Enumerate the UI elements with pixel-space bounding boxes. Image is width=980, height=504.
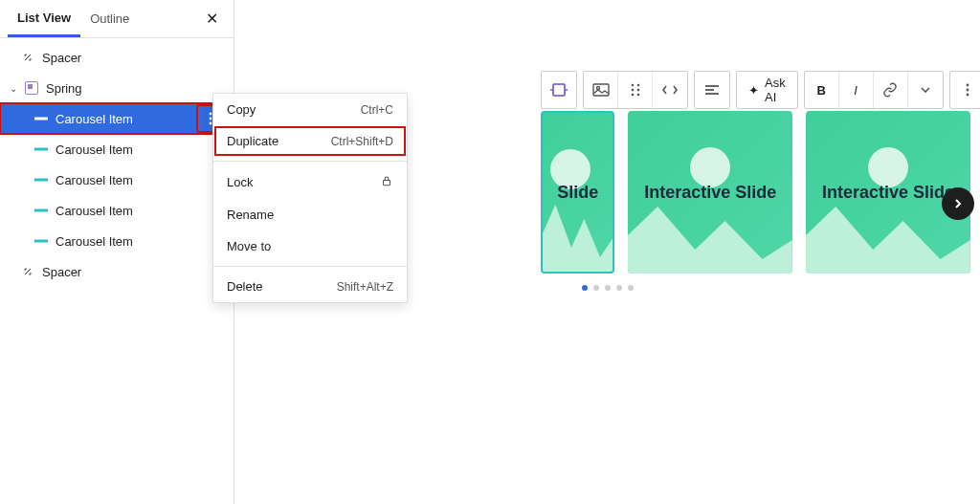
tree-item-carousel[interactable]: Carousel Item xyxy=(0,164,234,195)
image-icon[interactable] xyxy=(584,72,618,108)
sidebar-tabs: List View Outline ✕ xyxy=(0,0,234,38)
ctx-shortcut: Ctrl+C xyxy=(361,103,393,117)
sidebar: List View Outline ✕ Spacer ⌄ Spring Caro… xyxy=(0,0,234,504)
svg-point-15 xyxy=(636,84,639,87)
carousel-slide[interactable]: Slide xyxy=(541,111,614,274)
tree-label: Carousel Item xyxy=(56,173,224,187)
carousel-slides: Slide Interactive Slide Interactive Slid… xyxy=(541,111,970,274)
ctx-label: Rename xyxy=(227,208,274,222)
tree-label: Carousel Item xyxy=(56,234,224,249)
spacer-icon xyxy=(19,265,36,278)
tree-item-carousel[interactable]: Carousel Item xyxy=(0,195,234,226)
ctx-label: Lock xyxy=(227,175,253,189)
italic-button[interactable]: I xyxy=(839,72,874,108)
ctx-rename[interactable]: Rename xyxy=(213,199,407,230)
svg-point-23 xyxy=(966,84,969,87)
separator xyxy=(213,161,407,162)
block-tree: Spacer ⌄ Spring Carousel Item Carousel I… xyxy=(0,38,234,291)
svg-point-3 xyxy=(210,122,212,125)
tree-item-spacer[interactable]: Spacer xyxy=(0,256,234,287)
carousel-dot[interactable] xyxy=(582,285,588,291)
move-arrows-icon[interactable] xyxy=(653,72,687,108)
svg-point-1 xyxy=(210,113,212,116)
tree-item-carousel-selected[interactable]: Carousel Item xyxy=(0,103,234,134)
carousel-item-icon xyxy=(33,175,50,185)
ctx-duplicate[interactable]: Duplicate Ctrl+Shift+D xyxy=(213,125,407,157)
chevron-down-icon: ⌄ xyxy=(10,83,23,94)
align-icon[interactable] xyxy=(695,72,729,108)
chevron-down-icon[interactable] xyxy=(908,72,943,108)
ctx-copy[interactable]: Copy Ctrl+C xyxy=(213,94,407,125)
spring-icon xyxy=(23,81,40,95)
slide-caption: Interactive Slide xyxy=(822,183,954,203)
sparkle-icon: ✦ xyxy=(748,83,759,98)
bold-button[interactable]: B xyxy=(805,72,839,108)
ask-ai-button[interactable]: ✦ Ask AI xyxy=(737,72,797,108)
tree-label: Spacer xyxy=(42,51,224,65)
carousel-slide[interactable]: Interactive Slide xyxy=(628,111,792,274)
carousel-item-icon xyxy=(33,144,50,154)
tree-label: Spring xyxy=(46,81,224,96)
block-toolbar: ✦ Ask AI B I xyxy=(541,71,980,109)
carousel-item-icon xyxy=(33,236,50,246)
ctx-delete[interactable]: Delete Shift+Alt+Z xyxy=(213,271,407,302)
svg-point-24 xyxy=(966,89,969,92)
carousel-item-icon xyxy=(33,206,50,215)
tree-item-spring[interactable]: ⌄ Spring xyxy=(0,73,234,103)
ctx-label: Copy xyxy=(227,102,256,117)
tab-outline[interactable]: Outline xyxy=(80,2,139,35)
ctx-shortcut: Shift+Alt+Z xyxy=(337,280,393,294)
lock-icon xyxy=(380,174,393,190)
svg-point-14 xyxy=(631,84,634,87)
carousel-dots xyxy=(582,285,634,291)
ask-ai-label: Ask AI xyxy=(765,76,786,104)
tree-item-carousel[interactable]: Carousel Item xyxy=(0,134,234,164)
ctx-shortcut: Ctrl+Shift+D xyxy=(331,135,393,148)
carousel-dot[interactable] xyxy=(593,285,599,291)
spacer-icon xyxy=(19,51,36,64)
slide-caption: Interactive Slide xyxy=(644,183,776,203)
svg-rect-12 xyxy=(593,84,609,96)
more-options-icon[interactable] xyxy=(950,72,980,108)
carousel-item-icon xyxy=(33,114,50,123)
ctx-label: Delete xyxy=(227,279,263,294)
carousel-dot[interactable] xyxy=(628,285,634,291)
tab-list-view[interactable]: List View xyxy=(8,1,80,37)
svg-rect-9 xyxy=(553,84,565,96)
close-icon[interactable]: ✕ xyxy=(198,6,226,32)
svg-point-2 xyxy=(210,118,212,121)
carousel-dot[interactable] xyxy=(605,285,611,291)
tree-item-spacer[interactable]: Spacer xyxy=(0,42,234,73)
link-button[interactable] xyxy=(874,72,908,108)
ctx-label: Duplicate xyxy=(227,134,278,148)
svg-rect-8 xyxy=(384,180,390,185)
block-type-button[interactable] xyxy=(542,72,576,108)
tree-item-carousel[interactable]: Carousel Item xyxy=(0,226,234,256)
context-menu: Copy Ctrl+C Duplicate Ctrl+Shift+D Lock … xyxy=(212,93,408,303)
svg-point-17 xyxy=(636,89,639,92)
tree-label: Carousel Item xyxy=(56,204,224,218)
tree-label: Carousel Item xyxy=(56,142,224,157)
ctx-label: Move to xyxy=(227,239,271,253)
drag-handle-icon[interactable] xyxy=(618,72,653,108)
separator xyxy=(213,266,407,267)
ctx-moveto[interactable]: Move to xyxy=(213,230,407,262)
svg-point-18 xyxy=(631,94,634,97)
ctx-lock[interactable]: Lock xyxy=(213,165,407,199)
svg-point-25 xyxy=(966,94,969,97)
svg-point-16 xyxy=(631,89,634,92)
carousel-dot[interactable] xyxy=(616,285,622,291)
slide-caption: Slide xyxy=(557,183,598,203)
svg-point-19 xyxy=(636,94,639,97)
tree-label: Carousel Item xyxy=(56,112,197,126)
tree-label: Spacer xyxy=(42,265,224,279)
carousel-next-button[interactable] xyxy=(942,187,974,220)
svg-point-13 xyxy=(596,87,599,90)
